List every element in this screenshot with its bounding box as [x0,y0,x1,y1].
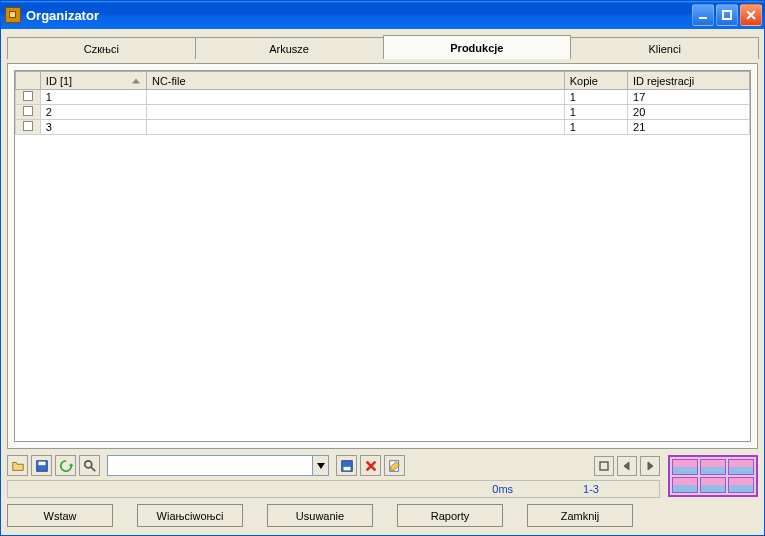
status-time: 0ms [492,483,513,495]
nav-next-icon[interactable] [640,456,660,476]
cell-kopie[interactable]: 1 [564,105,627,120]
row-checkbox[interactable] [23,91,33,101]
col-header-kopie[interactable]: Kopie [564,72,627,90]
table-row[interactable]: 3 1 21 [16,120,750,135]
maximize-button[interactable] [716,4,738,26]
table-row[interactable]: 2 1 20 [16,105,750,120]
cell-id[interactable]: 3 [40,120,146,135]
svg-rect-8 [600,462,608,470]
tab-clients[interactable]: Klienci [570,37,759,59]
delete-button[interactable]: Usuwanie [267,504,373,527]
save-icon[interactable] [31,455,52,476]
titlebar: Organizator [1,1,764,29]
bottom-panel: 0ms 1-3 Wstaw Wіaњciwoњci Usuwanie Rapor… [7,453,758,529]
refresh-icon[interactable] [55,455,76,476]
cell-kopie[interactable]: 1 [564,90,627,105]
svg-point-4 [84,460,91,467]
col-header-id[interactable]: ID [1] [40,72,146,90]
cell-nc[interactable] [146,105,564,120]
tab-content: ID [1] NC-file Kopie ID rejestracji 1 1 [7,63,758,449]
col-header-idrej[interactable]: ID rejestracji [628,72,750,90]
status-bar: 0ms 1-3 [7,480,660,498]
action-buttons: Wstaw Wіaњciwoњci Usuwanie Raporty Zamkn… [7,502,660,529]
right-logo-panel [660,455,758,497]
cell-nc[interactable] [146,90,564,105]
close-button[interactable] [740,4,762,26]
cell-id[interactable]: 1 [40,90,146,105]
toolbar [7,455,660,476]
window-control-buttons [692,4,762,26]
col-header-row[interactable] [16,72,41,90]
cell-reg[interactable]: 17 [628,90,750,105]
nav-cluster [594,456,660,476]
search-combo[interactable] [107,455,329,476]
client-area: Czкњci Arkusze Produkcje Klienci ID [1] … [1,29,764,535]
dropdown-icon[interactable] [312,455,329,476]
nav-first-icon[interactable] [594,456,614,476]
cell-id[interactable]: 2 [40,105,146,120]
svg-rect-1 [723,11,731,19]
cell-reg[interactable]: 21 [628,120,750,135]
row-checkbox[interactable] [23,106,33,116]
cell-nc[interactable] [146,120,564,135]
svg-rect-6 [343,466,350,470]
save-record-icon[interactable] [336,455,357,476]
app-icon [5,7,21,23]
tab-parts[interactable]: Czкњci [7,37,196,59]
status-range: 1-3 [583,483,599,495]
brand-logo-icon [668,455,758,497]
open-file-icon[interactable] [7,455,28,476]
table-row[interactable]: 1 1 17 [16,90,750,105]
search-icon[interactable] [79,455,100,476]
tab-bar: Czкњci Arkusze Produkcje Klienci [7,35,758,59]
delete-record-icon[interactable] [360,455,381,476]
window-root: Organizator Czкњci Arkusze Produkcje Kli… [0,0,765,536]
close-window-button[interactable]: Zamknij [527,504,633,527]
cell-kopie[interactable]: 1 [564,120,627,135]
row-checkbox[interactable] [23,121,33,131]
window-title: Organizator [26,8,692,23]
minimize-button[interactable] [692,4,714,26]
reports-button[interactable]: Raporty [397,504,503,527]
edit-record-icon[interactable] [384,455,405,476]
data-grid[interactable]: ID [1] NC-file Kopie ID rejestracji 1 1 [14,70,751,442]
tab-sheets[interactable]: Arkusze [195,37,384,59]
insert-button[interactable]: Wstaw [7,504,113,527]
svg-rect-0 [699,17,707,19]
col-header-ncfile[interactable]: NC-file [146,72,564,90]
nav-prev-icon[interactable] [617,456,637,476]
cell-reg[interactable]: 20 [628,105,750,120]
search-input[interactable] [107,455,312,476]
svg-rect-3 [38,461,45,465]
properties-button[interactable]: Wіaњciwoњci [137,504,243,527]
tab-productions[interactable]: Produkcje [383,35,572,59]
